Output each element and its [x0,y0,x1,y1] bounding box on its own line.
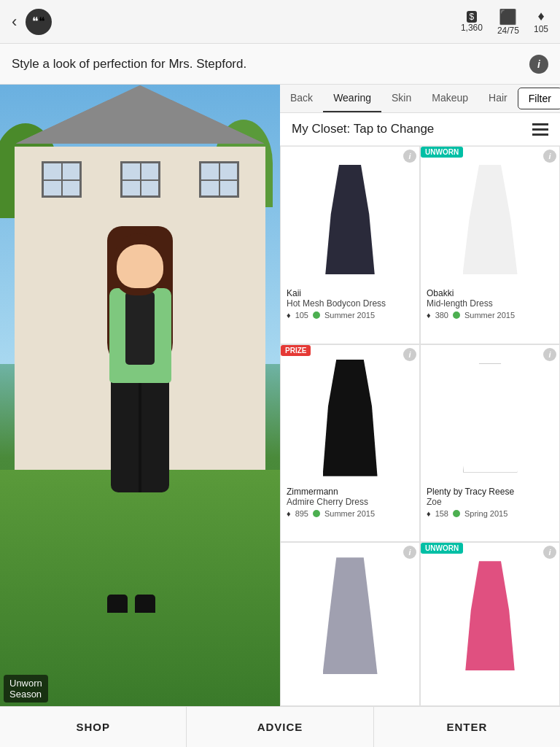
item-cell[interactable]: i [280,542,420,706]
item-brand: Obakki [427,288,553,298]
diamond-value: 105 [534,24,548,34]
overlay-line1: Unworn [9,678,42,689]
coin-value: 1,360 [461,23,483,33]
char-legs-detail [139,376,141,492]
currency-coins: $ 1,360 [461,11,483,33]
item-cell[interactable]: i Plenty by Tracy Reese Zoe ♦ 158 Spring… [420,344,560,543]
item-name: Hot Mesh Bodycon Dress [287,298,413,309]
character-panel: Unworn Season [0,85,280,706]
item-info-dot[interactable]: i [403,546,416,559]
item-meta: ♦ 380 Summer 2015 [427,311,553,320]
season-dot [453,311,460,319]
item-brand: Zimmermann [287,487,413,497]
tabs-bar: Back Wearing Skin Makeup Hair Filter [280,85,560,113]
badge-unworn: UNWORN [421,543,463,554]
diamond-icon: ♦ [537,9,544,24]
closet-header: My Closet: Tap to Change [280,113,560,146]
item-info-dot[interactable]: i [403,150,416,163]
season-dot [453,510,460,517]
item-figure [287,550,413,681]
item-brand: Plenty by Tracy Reese [427,487,553,497]
character-figure[interactable] [67,233,213,613]
dress-silhouette [463,363,518,473]
closet-title: My Closet: Tap to Change [292,122,434,136]
diamond-icon: ♦ [427,311,431,320]
dress-silhouette [463,561,518,670]
item-figure [427,550,553,681]
top-bar: ‹ ❝ $ 1,360 ⬛ 24/75 ♦ 105 [0,0,560,44]
tab-skin[interactable]: Skin [381,85,421,112]
item-season: Summer 2015 [324,509,375,518]
dollar-icon: $ [467,11,478,23]
currency-tickets: ⬛ 24/75 [497,8,519,36]
mission-text: Style a look of perfection for Mrs. Step… [12,57,246,71]
tab-hair[interactable]: Hair [478,85,518,112]
item-cell[interactable]: i Kaii Hot Mesh Bodycon Dress ♦ 105 Summ… [280,146,420,344]
overlay-line2: Season [9,689,42,700]
season-dot [313,311,320,319]
char-body-inner [125,292,155,365]
char-pants [111,376,169,492]
season-dot [313,510,320,517]
nav-advice[interactable]: ADVICE [187,707,373,747]
nav-shop[interactable]: SHOP [0,707,187,747]
item-figure [427,154,553,285]
item-brand: Kaii [287,288,413,298]
item-cell[interactable]: UNWORN i [420,542,560,706]
menu-line-2 [532,128,548,131]
item-info-dot[interactable]: i [403,348,416,361]
items-grid: i Kaii Hot Mesh Bodycon Dress ♦ 105 Summ… [280,146,560,706]
tab-makeup[interactable]: Makeup [421,85,478,112]
item-cost: 895 [295,509,308,518]
diamond-icon: ♦ [287,311,291,320]
nav-enter[interactable]: ENTER [374,707,560,747]
badge-prize: PRIZE [281,345,311,356]
filter-button[interactable]: Filter [518,88,560,109]
dress-silhouette [463,165,518,274]
item-meta: ♦ 105 Summer 2015 [287,311,413,320]
item-info-dot[interactable]: i [543,546,556,559]
item-cost: 105 [295,311,308,320]
window-2 [120,161,160,198]
info-button[interactable]: i [529,55,548,74]
item-cell[interactable]: UNWORN i Obakki Mid-length Dress ♦ 380 S… [420,146,560,344]
menu-line-3 [532,133,548,136]
item-info-dot[interactable]: i [543,348,556,361]
window-1 [42,161,82,198]
item-meta: ♦ 895 Summer 2015 [287,509,413,518]
dress-silhouette [323,165,378,274]
item-name: Mid-length Dress [427,298,553,309]
ticket-value: 24/75 [497,26,519,36]
tab-back[interactable]: Back [280,85,323,112]
dress-silhouette [323,360,378,476]
item-season: Spring 2015 [464,509,508,518]
shoe-left [107,595,128,613]
item-season: Summer 2015 [324,311,375,320]
item-cost: 380 [435,311,448,320]
tab-wearing[interactable]: Wearing [323,85,381,112]
dress-silhouette [323,557,378,674]
item-figure [287,154,413,285]
chat-icon[interactable]: ❝ [26,9,52,35]
item-figure [287,352,413,484]
badge-unworn: UNWORN [421,147,463,158]
back-button[interactable]: ‹ [12,12,17,31]
item-cost: 158 [435,509,448,518]
right-panel: Back Wearing Skin Makeup Hair Filter My … [280,85,560,706]
item-info-dot[interactable]: i [543,150,556,163]
menu-icon[interactable] [532,123,548,136]
mission-bar: Style a look of perfection for Mrs. Step… [0,44,560,85]
char-shoes [107,595,155,613]
item-cell[interactable]: PRIZE i Zimmermann Admire Cherry Dress ♦… [280,344,420,543]
item-season: Summer 2015 [464,311,515,320]
diamond-icon: ♦ [427,509,431,518]
char-overlay: Unworn Season [4,675,48,703]
shoe-right [135,595,155,613]
bottom-nav: SHOP ADVICE ENTER [0,706,560,747]
house-windows [15,147,265,198]
char-body [109,288,171,383]
currency-diamonds: ♦ 105 [534,9,548,34]
item-name: Admire Cherry Dress [287,497,413,507]
item-meta: ♦ 158 Spring 2015 [427,509,553,518]
menu-line-1 [532,123,548,125]
